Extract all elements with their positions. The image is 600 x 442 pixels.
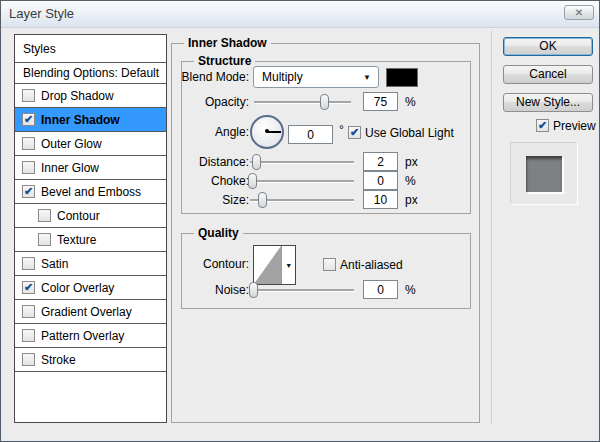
sidebar-item-label: Drop Shadow (41, 89, 114, 103)
sidebar-item-label: Pattern Overlay (41, 329, 124, 343)
close-icon: ✕ (575, 7, 583, 18)
new-style-button[interactable]: New Style... (503, 93, 593, 112)
size-label: Size: (159, 193, 249, 207)
sidebar-item-label: Color Overlay (41, 281, 114, 295)
distance-slider-thumb[interactable] (252, 154, 261, 170)
distance-label: Distance: (159, 155, 249, 169)
choke-slider[interactable] (250, 173, 354, 190)
distance-slider[interactable] (250, 154, 354, 171)
titlebar[interactable]: Layer Style ✕ (1, 1, 599, 28)
opacity-label: Opacity: (159, 95, 249, 109)
choke-unit: % (405, 174, 416, 188)
slider-track (250, 161, 354, 164)
style-checkbox[interactable] (22, 161, 35, 174)
shadow-color-swatch[interactable] (386, 68, 418, 87)
angle-pointer[interactable] (267, 131, 281, 133)
noise-input[interactable] (363, 280, 398, 299)
check-icon: ✔ (538, 119, 547, 131)
quality-group-title: Quality (194, 226, 243, 240)
sidebar-item-drop-shadow[interactable]: Drop Shadow (15, 84, 166, 108)
slider-track (250, 180, 354, 183)
style-checkbox[interactable] (22, 329, 35, 342)
sidebar-item-pattern-overlay[interactable]: Pattern Overlay (15, 324, 166, 348)
distance-unit: px (405, 155, 418, 169)
close-button[interactable]: ✕ (564, 5, 594, 20)
noise-slider[interactable] (250, 282, 354, 299)
style-checkbox[interactable] (38, 209, 51, 222)
sidebar-item-outer-glow[interactable]: Outer Glow (15, 132, 166, 156)
noise-slider-thumb[interactable] (249, 282, 258, 298)
slider-track (254, 101, 351, 104)
size-unit: px (405, 193, 418, 207)
use-global-light-checkbox[interactable]: ✔ (348, 126, 361, 139)
anti-aliased-checkbox[interactable] (323, 258, 336, 271)
check-icon: ✔ (350, 126, 359, 138)
sidebar-item-inner-shadow[interactable]: ✔ Inner Shadow (15, 108, 166, 132)
sidebar-header-label: Styles (23, 42, 56, 56)
panel-title: Inner Shadow (184, 36, 271, 50)
contour-thumbnail[interactable] (254, 246, 282, 284)
choke-slider-thumb[interactable] (248, 173, 257, 189)
contour-linear-icon (254, 246, 281, 284)
style-preview-inner-square (526, 156, 562, 192)
sidebar-item-texture[interactable]: Texture (15, 228, 166, 252)
blend-mode-select[interactable]: Multiply ▼ (253, 66, 379, 88)
style-checkbox[interactable]: ✔ (22, 281, 35, 294)
sidebar-item-stroke[interactable]: Stroke (15, 348, 166, 372)
sidebar-item-blending-options[interactable]: Blending Options: Default (15, 63, 166, 84)
opacity-input[interactable] (363, 92, 398, 111)
ok-button[interactable]: OK (503, 37, 593, 56)
panel-divider (491, 31, 492, 424)
angle-dial-center (265, 129, 269, 133)
blend-mode-value: Multiply (262, 70, 303, 84)
sidebar-item-inner-glow[interactable]: Inner Glow (15, 156, 166, 180)
style-checkbox[interactable]: ✔ (22, 113, 35, 126)
angle-label: Angle: (159, 125, 249, 139)
style-checkbox[interactable] (22, 89, 35, 102)
angle-dial[interactable] (250, 115, 284, 149)
style-checkbox[interactable] (22, 305, 35, 318)
noise-unit: % (405, 283, 416, 297)
sidebar-item-label: Texture (57, 233, 96, 247)
style-checkbox[interactable] (22, 353, 35, 366)
contour-dropdown-arrow-icon[interactable]: ▼ (282, 246, 295, 284)
dialog-body: Styles Blending Options: Default Drop Sh… (3, 28, 597, 439)
sidebar-item-label: Stroke (41, 353, 76, 367)
angle-unit: ° (339, 123, 344, 137)
sidebar-item-label: Gradient Overlay (41, 305, 132, 319)
style-checkbox[interactable]: ✔ (22, 185, 35, 198)
sidebar-header-styles[interactable]: Styles (15, 35, 166, 63)
choke-label: Choke: (159, 174, 249, 188)
anti-aliased-label: Anti-aliased (340, 258, 403, 272)
opacity-slider[interactable] (254, 94, 351, 111)
sidebar-item-satin[interactable]: Satin (15, 252, 166, 276)
sidebar-item-color-overlay[interactable]: ✔ Color Overlay (15, 276, 166, 300)
sidebar-item-label: Outer Glow (41, 137, 102, 151)
style-checkbox[interactable] (38, 233, 51, 246)
size-slider[interactable] (250, 192, 354, 209)
opacity-slider-thumb[interactable] (320, 94, 329, 110)
style-preview-swatch (511, 143, 577, 204)
layer-style-dialog: Layer Style ✕ Styles Blending Options: D… (0, 0, 600, 442)
cancel-button[interactable]: Cancel (503, 65, 593, 84)
contour-label: Contour: (159, 257, 249, 271)
preview-checkbox[interactable]: ✔ (536, 119, 549, 132)
sidebar-item-bevel-and-emboss[interactable]: ✔ Bevel and Emboss (15, 180, 166, 204)
sidebar-item-label: Inner Glow (41, 161, 99, 175)
slider-track (250, 289, 354, 292)
noise-label: Noise: (159, 283, 249, 297)
sidebar-item-label: Satin (41, 257, 68, 271)
style-checkbox[interactable] (22, 137, 35, 150)
distance-input[interactable] (363, 152, 398, 171)
angle-input[interactable] (288, 125, 333, 144)
preview-label: Preview (553, 119, 596, 133)
size-input[interactable] (363, 190, 398, 209)
sidebar-item-contour[interactable]: Contour (15, 204, 166, 228)
contour-picker[interactable]: ▼ (253, 245, 296, 285)
sidebar-item-gradient-overlay[interactable]: Gradient Overlay (15, 300, 166, 324)
size-slider-thumb[interactable] (258, 192, 267, 208)
opacity-unit: % (405, 95, 416, 109)
blend-mode-label: Blend Mode: (159, 70, 249, 84)
choke-input[interactable] (363, 171, 398, 190)
style-checkbox[interactable] (22, 257, 35, 270)
